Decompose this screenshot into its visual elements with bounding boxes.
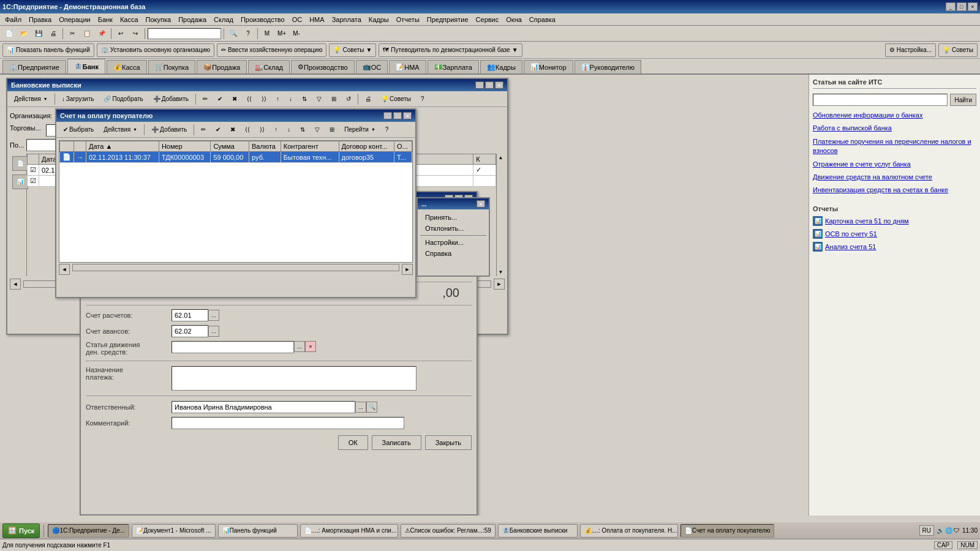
payment-comment-input[interactable] xyxy=(172,417,404,429)
payment-ok-btn[interactable]: ОК xyxy=(338,435,368,450)
bank-scroll-down[interactable]: ▼ xyxy=(499,269,503,275)
toolbar-print[interactable]: 🖨 xyxy=(47,27,60,40)
invoice-del-btn[interactable]: ✖ xyxy=(226,123,239,137)
invoice-min-btn[interactable]: _ xyxy=(383,112,392,119)
menu-bank[interactable]: Банк xyxy=(94,15,116,24)
bank-sort[interactable]: ⇅ xyxy=(298,92,311,106)
bank-scroll-up[interactable]: ▲ xyxy=(499,155,503,160)
invoice-max-btn[interactable]: □ xyxy=(393,112,402,119)
bank-up[interactable]: ↑ xyxy=(272,92,284,106)
taskbar-item-panel[interactable]: 📊 Панель функций xyxy=(218,524,298,538)
invoice-prev-btn[interactable]: ⟨⟨ xyxy=(241,123,254,137)
menu-nma[interactable]: НМА xyxy=(306,15,328,24)
right-link-2[interactable]: Работа с выпиской банка xyxy=(813,124,976,133)
bank-edit-btn[interactable]: ✏ xyxy=(198,92,212,106)
inv-col-amount[interactable]: Сумма xyxy=(211,141,249,152)
toolbar-help[interactable]: ? xyxy=(241,27,255,40)
tab-bank[interactable]: 🏦 Банк xyxy=(67,59,105,73)
invoice-next-btn[interactable]: ⟩⟩ xyxy=(255,123,269,137)
toolbar-cut[interactable]: ✂ xyxy=(66,27,79,40)
bank-maximize-btn[interactable]: □ xyxy=(485,81,494,89)
ql-org[interactable]: 🏢 Установить основную организацию xyxy=(97,43,214,57)
start-button[interactable]: 🪟 Пуск xyxy=(2,523,40,538)
toolbar-redo[interactable]: ↪ xyxy=(129,27,142,40)
ql-tips[interactable]: 💡 Советы ▼ xyxy=(329,43,376,57)
report-link-3[interactable]: 📊 Анализ счета 51 xyxy=(813,242,976,252)
toolbar-save[interactable]: 💾 xyxy=(32,27,45,40)
report-link-2[interactable]: 📊 ОСВ по счету 51 xyxy=(813,229,976,239)
ql-operation[interactable]: ✏ Ввести хозяйственную операцию xyxy=(217,43,326,57)
menu-warehouse[interactable]: Склад xyxy=(210,15,237,24)
report-link-1[interactable]: 📊 Карточка счета 51 по дням xyxy=(813,216,976,226)
tab-nma[interactable]: 📝 НМА xyxy=(389,60,426,73)
taskbar-item-bank[interactable]: 🏦 Банковские выписки xyxy=(498,524,578,538)
menu-reports[interactable]: Отчеты xyxy=(393,15,423,24)
small-popup-item3[interactable]: Настройки... xyxy=(420,237,486,248)
menu-file[interactable]: Файл xyxy=(1,15,25,24)
invoice-scroll-right[interactable]: ► xyxy=(402,264,413,275)
tab-production[interactable]: ⚙ Производство xyxy=(291,60,355,73)
right-link-6[interactable]: Инвентаризация средств на счетах в банке xyxy=(813,186,976,195)
payment-movement-input[interactable] xyxy=(172,341,294,353)
bank-help-btn[interactable]: ? xyxy=(417,92,429,106)
right-search-input[interactable] xyxy=(813,94,948,106)
right-link-3[interactable]: Платежные поручения на перечисление нало… xyxy=(813,137,976,156)
toolbar-find[interactable]: 🔍 xyxy=(227,27,240,40)
toolbar-undo[interactable]: ↩ xyxy=(114,27,127,40)
small-popup-item1[interactable]: Принять... xyxy=(420,212,486,223)
inv-col-date[interactable]: Дата ▲ xyxy=(86,141,159,152)
bank-add-btn[interactable]: ➕ Добавить xyxy=(149,92,193,106)
taskbar-item-word[interactable]: 📝 Документ1 - Microsoft ... xyxy=(132,524,215,538)
bank-print[interactable]: 🖨 xyxy=(361,92,375,106)
invoice-select-btn[interactable]: ✔ Выбрать xyxy=(59,123,98,137)
toolbar-open[interactable]: 📂 xyxy=(17,27,31,40)
toolbar-new[interactable]: 📄 xyxy=(2,27,16,40)
bank-load-btn[interactable]: ↓ Загрузить xyxy=(58,92,99,106)
bank-cell-check2[interactable]: ☑ xyxy=(28,176,39,187)
inv-col-contractor[interactable]: Контрагент xyxy=(281,141,339,152)
invoice-group-btn[interactable]: ⊞ xyxy=(325,123,339,137)
tab-monitor[interactable]: 📊 Монитор xyxy=(524,60,573,73)
bank-actions-btn[interactable]: Действия xyxy=(10,92,52,106)
taskbar-item-amort[interactable]: 📄 ....: Амортизация НМА и спи... xyxy=(300,524,398,538)
tab-cash[interactable]: 💰 Касса xyxy=(107,60,147,73)
toolbar-paste[interactable]: 📌 xyxy=(95,27,108,40)
payment-advance-btn[interactable]: ... xyxy=(208,326,219,337)
ql-tips2[interactable]: 💡 Советы xyxy=(938,43,978,57)
ql-settings[interactable]: ⚙ Настройка... xyxy=(885,43,936,57)
ql-panel[interactable]: 📊 Показать панель функций xyxy=(2,43,94,57)
invoice-down-btn[interactable]: ↓ xyxy=(283,123,295,137)
payment-movement-clear[interactable]: × xyxy=(305,341,316,352)
payment-close-btn[interactable]: Закрыть xyxy=(425,435,472,450)
inv-col-currency[interactable]: Валюта xyxy=(249,141,281,152)
taskbar-item-payment[interactable]: 💰 ....: Оплата от покупателя. Н... xyxy=(580,524,678,538)
right-link-5[interactable]: Движение средств на валютном счете xyxy=(813,173,976,182)
bank-filter[interactable]: ▽ xyxy=(312,92,326,106)
bank-journal-btn2[interactable]: 📊 xyxy=(12,174,28,189)
invoice-close-btn[interactable]: × xyxy=(403,112,412,119)
bank-delete-btn[interactable]: ✖ xyxy=(228,92,241,106)
taskbar-item-errors[interactable]: ⚠ Список ошибок: Реглам...:59 xyxy=(401,524,496,538)
taskbar-item-invoice[interactable]: 📄 Счет на оплату покупателю xyxy=(680,524,775,538)
payment-account-input[interactable] xyxy=(172,309,208,321)
bank-group[interactable]: ⊞ xyxy=(327,92,341,106)
minimize-btn[interactable]: _ xyxy=(946,2,956,11)
invoice-edit-btn[interactable]: ✏ xyxy=(197,123,210,137)
menu-sale[interactable]: Продажа xyxy=(175,15,210,24)
tab-manager[interactable]: 👔 Руководителю xyxy=(575,60,641,73)
right-search-btn[interactable]: Найти xyxy=(950,94,976,106)
bank-match-btn[interactable]: 🔗 Подобрать xyxy=(99,92,147,106)
payment-responsible-find[interactable]: 🔍 xyxy=(366,402,377,413)
invoice-up-btn[interactable]: ↑ xyxy=(270,123,282,137)
menu-help[interactable]: Справка xyxy=(526,15,559,24)
invoice-goto-btn[interactable]: Перейти xyxy=(340,123,380,137)
right-link-1[interactable]: Обновление информации о банках xyxy=(813,111,976,120)
menu-windows[interactable]: Окна xyxy=(502,15,526,24)
menu-cash[interactable]: Касса xyxy=(116,15,142,24)
payment-responsible-input[interactable] xyxy=(172,401,355,413)
toolbar-search[interactable] xyxy=(148,28,221,39)
menu-salary[interactable]: Зарплата xyxy=(328,15,365,24)
bank-cell-check[interactable]: ☑ xyxy=(28,165,39,176)
payment-account-btn[interactable]: ... xyxy=(208,310,219,321)
toolbar-m[interactable]: M xyxy=(260,27,274,40)
